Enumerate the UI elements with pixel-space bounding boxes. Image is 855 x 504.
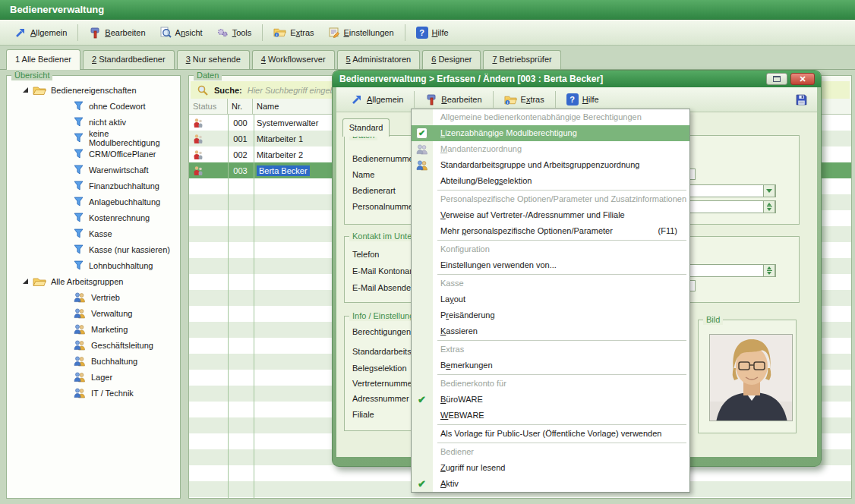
tree-item-finanzbuchhaltung[interactable]: Finanzbuchhaltung	[8, 178, 179, 194]
window-titlebar: Bedienerverwaltung	[0, 0, 855, 20]
settings-doc-icon	[328, 27, 340, 39]
tab-standardbediener[interactable]: 2 Standardbediener	[83, 50, 175, 69]
menubar-separator	[414, 91, 415, 108]
tree-item-label: Kostenrechnung	[89, 213, 150, 222]
menu-bearbeiten[interactable]: Bearbeiten	[82, 24, 152, 42]
tree-item-geschaeftsleitung[interactable]: Geschäftsleitung	[8, 337, 179, 353]
workgroup-people-icon	[74, 388, 86, 398]
menu-item-bueroware[interactable]: ✔ BüroWARE	[412, 392, 689, 408]
menu-item-zugriff-nur-lesend[interactable]: Zugriff nur lesend	[412, 460, 689, 476]
field-label-filiale: Filiale	[352, 410, 374, 421]
menu-allgemein[interactable]: Allgemein	[8, 24, 74, 42]
tree-item-nicht-aktiv[interactable]: nicht aktiv	[8, 114, 179, 130]
search-label: Suche:	[214, 86, 242, 95]
filter-funnel-icon	[74, 213, 84, 222]
tab-nur-sehende[interactable]: 3 Nur sehende	[177, 50, 250, 69]
tree-item-kasse-nur-kassieren[interactable]: Kasse (nur kassieren)	[8, 241, 179, 257]
menu-hilfe[interactable]: ? Hilfe	[409, 24, 456, 42]
tree-item-warenwirtschaft[interactable]: Warenwirtschaft	[8, 162, 179, 178]
menu-item-verweise-vertreter[interactable]: Verweise auf Vertreter-/Adressnummer und…	[412, 207, 689, 223]
save-icon[interactable]	[795, 93, 808, 106]
tab-workflowserver[interactable]: 4 Workflowserver	[252, 50, 335, 69]
tree-item-anlagebuchhaltung[interactable]: Anlagebuchhaltung	[8, 194, 179, 209]
tree-item-crm-officeplaner[interactable]: CRM/OfficePlaner	[8, 146, 179, 162]
hammer-icon	[425, 93, 437, 106]
search-icon	[197, 84, 209, 96]
column-header-status[interactable]: Status	[189, 99, 228, 114]
tree-item-kasse[interactable]: Kasse	[8, 225, 179, 241]
tree-item-label: Lohnbuchhaltung	[89, 261, 153, 270]
tree-item-verwaltung[interactable]: Verwaltung	[8, 305, 179, 321]
tree-item-lohnbuchhaltung[interactable]: Lohnbuchhaltung	[8, 257, 179, 273]
tree-item-ohne-codewort[interactable]: ohne Codewort	[8, 98, 179, 114]
menu-item-aktiv[interactable]: ✔ Aktiv	[412, 476, 689, 492]
dialog-menu-hilfe[interactable]: ? Hilfe	[560, 90, 606, 109]
operator-status-icon	[192, 165, 204, 176]
menu-item-kassieren[interactable]: Kassieren	[412, 323, 689, 339]
filter-funnel-icon	[74, 260, 84, 270]
menu-item-abteilung-belegselektion[interactable]: Abteilung/Belegselektion	[412, 173, 689, 189]
menu-item-mandantenzuordnung[interactable]: Mandantenzuordnung	[412, 141, 689, 157]
menu-item-lizenzabhaengige-modulberechtigung[interactable]: ✔ Lizenzabhängige Modulberechtigung	[412, 125, 689, 141]
menu-tools-label: Tools	[232, 28, 252, 37]
tree-item-kostenrechnung[interactable]: Kostenrechnung	[8, 209, 179, 225]
tree-item-buchhaltung[interactable]: Buchhaltung	[8, 353, 179, 369]
tree-item-label: Marketing	[91, 325, 128, 334]
menu-item-webware[interactable]: WEBWARE	[412, 408, 689, 424]
dialog-menu-bearbeiten-label: Bearbeiten	[441, 95, 481, 104]
expander-icon[interactable]	[23, 279, 28, 284]
tree-folder-alle-arbeitsgruppen[interactable]: Alle Arbeitsgruppen	[8, 273, 179, 289]
menu-item-standardarbeitsgruppe[interactable]: Standardarbeitsgruppe und Arbeitsgruppen…	[412, 157, 689, 173]
menu-item-layout[interactable]: Layout	[412, 291, 689, 307]
tab-administratoren[interactable]: 5 Administratoren	[337, 50, 421, 69]
tab-betriebspruefer[interactable]: 7 Betriebsprüfer	[483, 50, 560, 69]
field-label-personalnummer: Personalnummer	[352, 202, 416, 213]
row-nr: 000	[228, 118, 253, 128]
menu-item-einstellungen-verwenden[interactable]: Einstellungen verwenden von...	[412, 257, 689, 273]
tree-item-vertrieb[interactable]: Vertrieb	[8, 289, 179, 305]
menu-item-bemerkungen[interactable]: Bemerkungen	[412, 358, 689, 373]
tree-item-keine-modulberechtigung[interactable]: keine Modulberechtigung	[8, 130, 179, 146]
menu-ansicht[interactable]: Ansicht	[153, 24, 210, 42]
tab-alle-bediener[interactable]: 1 Alle Bediener	[6, 49, 80, 70]
tree-item-label: Vertrieb	[91, 293, 120, 302]
dropdown-button[interactable]	[763, 184, 775, 197]
spinner-buttons[interactable]	[763, 200, 775, 213]
overview-panel: Übersicht Bedienereigenschaften ohne Cod…	[6, 75, 181, 499]
restore-button[interactable]	[766, 73, 787, 85]
tree-item-lager[interactable]: Lager	[8, 369, 179, 385]
menu-separator	[437, 374, 686, 375]
dialog-menu-extras[interactable]: i Extras	[497, 91, 551, 109]
dialog-menu-extras-label: Extras	[521, 95, 544, 104]
tree-folder-bedienereigenschaften[interactable]: Bedienereigenschaften	[8, 82, 179, 98]
menu-einstellungen[interactable]: Einstellungen	[321, 24, 401, 42]
menu-section-header: Personalspezifische Optionen/Parameter u…	[412, 191, 689, 207]
view-tabbar: 1 Alle Bediener 2 Standardbediener 3 Nur…	[0, 46, 855, 70]
dialog-titlebar: Bedienerverwaltung > Erfassen / Ändern […	[333, 71, 821, 87]
menu-item-mehr-personalspezifische[interactable]: Mehr personalspezifische Optionen/Parame…	[412, 223, 689, 239]
dialog-menu-allgemein-label: Allgemein	[367, 95, 403, 104]
hammer-icon	[89, 27, 101, 39]
menu-section-header: Kasse	[412, 276, 689, 291]
close-button[interactable]: ✕	[790, 73, 815, 85]
menu-tools[interactable]: Tools	[210, 24, 259, 42]
dialog-tab-standard[interactable]: Standard	[342, 118, 390, 137]
spinner-divider	[767, 270, 772, 271]
menubar-separator	[262, 24, 263, 41]
tree-item-it-technik[interactable]: IT / Technik	[8, 385, 179, 401]
menu-item-preisaenderung[interactable]: Preisänderung	[412, 307, 689, 323]
group-title: Bild	[703, 314, 723, 325]
spinner-buttons[interactable]	[763, 264, 775, 277]
field-label-email-absender: E-Mail Absender	[352, 283, 414, 294]
filter-funnel-icon	[74, 149, 84, 159]
help-icon: ?	[416, 27, 428, 39]
menu-extras[interactable]: i Extras	[267, 24, 320, 41]
menubar-separator	[493, 91, 494, 108]
column-header-nr[interactable]: Nr.	[228, 99, 253, 114]
dialog-menu-allgemein[interactable]: Allgemein	[344, 90, 410, 109]
tab-designer[interactable]: 6 Designer	[422, 50, 481, 69]
dialog-menu-bearbeiten[interactable]: Bearbeiten	[418, 90, 488, 109]
tree-item-marketing[interactable]: Marketing	[8, 321, 179, 337]
expander-icon[interactable]	[23, 87, 28, 93]
menu-item-als-vorlage-public-user[interactable]: Als Vorlage für Public-User (Öffentliche…	[412, 426, 689, 442]
